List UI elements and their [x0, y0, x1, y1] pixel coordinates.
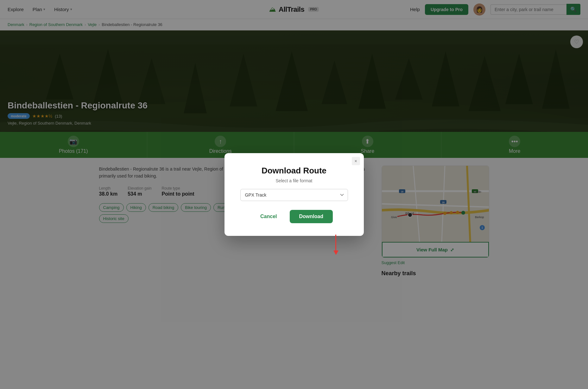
cancel-button[interactable]: Cancel	[255, 211, 282, 223]
modal-actions: Cancel Download	[240, 210, 348, 223]
arrow-indicator	[333, 235, 338, 255]
modal-title: Download Route	[240, 166, 348, 176]
download-button[interactable]: Download	[290, 210, 333, 223]
download-modal: × Download Route Select a file format GP…	[224, 153, 364, 236]
modal-overlay[interactable]: × Download Route Select a file format GP…	[0, 0, 588, 284]
modal-close-button[interactable]: ×	[352, 157, 360, 165]
format-select[interactable]: GPX TrackKMLPDF	[240, 189, 348, 201]
modal-subtitle: Select a file format	[240, 178, 348, 183]
